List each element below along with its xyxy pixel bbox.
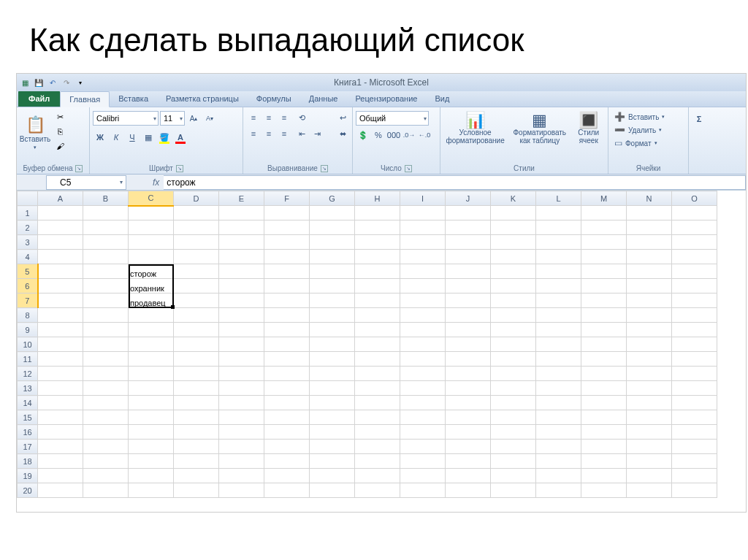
cell-N1[interactable]	[627, 206, 672, 220]
cell-E13[interactable]	[219, 381, 264, 396]
cell-A8[interactable]	[38, 308, 83, 323]
comma-icon[interactable]: 000	[386, 128, 401, 142]
cell-F7[interactable]	[264, 294, 310, 308]
cell-F3[interactable]	[264, 235, 310, 250]
cell-H6[interactable]	[355, 279, 400, 294]
cell-N20[interactable]	[627, 483, 672, 498]
column-header-O[interactable]: O	[672, 191, 717, 206]
cell-O20[interactable]	[672, 483, 717, 498]
cell-A12[interactable]	[38, 367, 83, 381]
cell-C6[interactable]: охранник	[129, 279, 174, 294]
formula-input[interactable]: сторож	[164, 175, 746, 190]
conditional-formatting-button[interactable]: 📊 Условное форматирование	[443, 109, 507, 145]
cell-H8[interactable]	[355, 308, 400, 323]
cell-A20[interactable]	[38, 483, 83, 498]
cell-C12[interactable]	[129, 367, 174, 381]
cell-F13[interactable]	[264, 381, 310, 396]
cell-B3[interactable]	[83, 235, 129, 250]
cell-N8[interactable]	[627, 308, 672, 323]
cell-B7[interactable]	[83, 294, 129, 308]
cell-C3[interactable]	[129, 235, 174, 250]
cell-J9[interactable]	[446, 323, 491, 337]
cell-E17[interactable]	[219, 440, 264, 454]
cell-L17[interactable]	[536, 440, 581, 454]
cut-icon[interactable]: ✂	[53, 110, 66, 123]
cell-G19[interactable]	[310, 469, 355, 483]
clipboard-launcher-icon[interactable]: ↘	[75, 165, 83, 172]
cell-A9[interactable]	[38, 323, 83, 337]
cell-N17[interactable]	[627, 440, 672, 454]
cell-M9[interactable]	[581, 323, 627, 337]
cell-G3[interactable]	[310, 235, 355, 250]
cell-F5[interactable]	[264, 264, 310, 279]
cell-D16[interactable]	[174, 425, 219, 440]
cell-H4[interactable]	[355, 250, 400, 264]
cell-B10[interactable]	[83, 337, 129, 352]
row-header-3[interactable]: 3	[18, 235, 38, 250]
format-painter-icon[interactable]: 🖌	[53, 139, 66, 153]
cell-H11[interactable]	[355, 352, 400, 367]
align-bottom-icon[interactable]: ≡	[277, 110, 291, 125]
increase-indent-icon[interactable]: ⇥	[310, 126, 324, 141]
cell-B14[interactable]	[83, 396, 129, 410]
cell-M8[interactable]	[581, 308, 627, 323]
cell-D17[interactable]	[174, 440, 219, 454]
tab-page-layout[interactable]: Разметка страницы	[157, 91, 248, 107]
format-cells-button[interactable]: ▭Формат ▾	[611, 137, 660, 150]
cell-N18[interactable]	[627, 454, 672, 469]
cell-M10[interactable]	[581, 337, 627, 352]
cell-K12[interactable]	[491, 367, 536, 381]
insert-cells-button[interactable]: ➕Вставить ▾	[611, 110, 668, 123]
cell-D2[interactable]	[174, 220, 219, 235]
column-header-I[interactable]: I	[400, 191, 446, 206]
cell-M12[interactable]	[581, 367, 627, 381]
cell-E11[interactable]	[219, 352, 264, 367]
cell-I2[interactable]	[400, 220, 446, 235]
row-header-19[interactable]: 19	[18, 469, 38, 483]
save-icon[interactable]: 💾	[33, 77, 45, 88]
cell-A11[interactable]	[38, 352, 83, 367]
cell-I3[interactable]	[400, 235, 446, 250]
tab-view[interactable]: Вид	[426, 91, 458, 107]
cell-A15[interactable]	[38, 410, 83, 425]
column-header-E[interactable]: E	[219, 191, 264, 206]
cell-D3[interactable]	[174, 235, 219, 250]
cell-K17[interactable]	[491, 440, 536, 454]
row-header-9[interactable]: 9	[18, 323, 38, 337]
cell-A1[interactable]	[38, 206, 83, 220]
cell-J12[interactable]	[446, 367, 491, 381]
fx-icon[interactable]: fx	[148, 177, 164, 188]
cell-E2[interactable]	[219, 220, 264, 235]
cell-F12[interactable]	[264, 367, 310, 381]
cell-A14[interactable]	[38, 396, 83, 410]
cell-L1[interactable]	[536, 206, 581, 220]
cell-G6[interactable]	[310, 279, 355, 294]
column-header-D[interactable]: D	[174, 191, 219, 206]
cell-E4[interactable]	[219, 250, 264, 264]
cell-J13[interactable]	[446, 381, 491, 396]
cell-G1[interactable]	[310, 206, 355, 220]
cell-M7[interactable]	[581, 294, 627, 308]
cell-N16[interactable]	[627, 425, 672, 440]
cell-H12[interactable]	[355, 367, 400, 381]
cell-J2[interactable]	[446, 220, 491, 235]
tab-formulas[interactable]: Формулы	[248, 91, 300, 107]
cell-D1[interactable]	[174, 206, 219, 220]
undo-icon[interactable]: ↶	[47, 77, 58, 88]
cell-M5[interactable]	[581, 264, 627, 279]
cell-L15[interactable]	[536, 410, 581, 425]
cell-C2[interactable]	[129, 220, 174, 235]
increase-font-icon[interactable]: A▴	[186, 111, 201, 126]
cell-A5[interactable]	[38, 264, 83, 279]
cell-B1[interactable]	[83, 206, 129, 220]
cell-B11[interactable]	[83, 352, 129, 367]
cell-A4[interactable]	[38, 250, 83, 264]
cell-L8[interactable]	[536, 308, 581, 323]
cell-K6[interactable]	[491, 279, 536, 294]
cell-N14[interactable]	[627, 396, 672, 410]
cell-A6[interactable]	[38, 279, 83, 294]
cell-E3[interactable]	[219, 235, 264, 250]
cell-C17[interactable]	[129, 440, 174, 454]
cell-G20[interactable]	[310, 483, 355, 498]
cell-N19[interactable]	[627, 469, 672, 483]
